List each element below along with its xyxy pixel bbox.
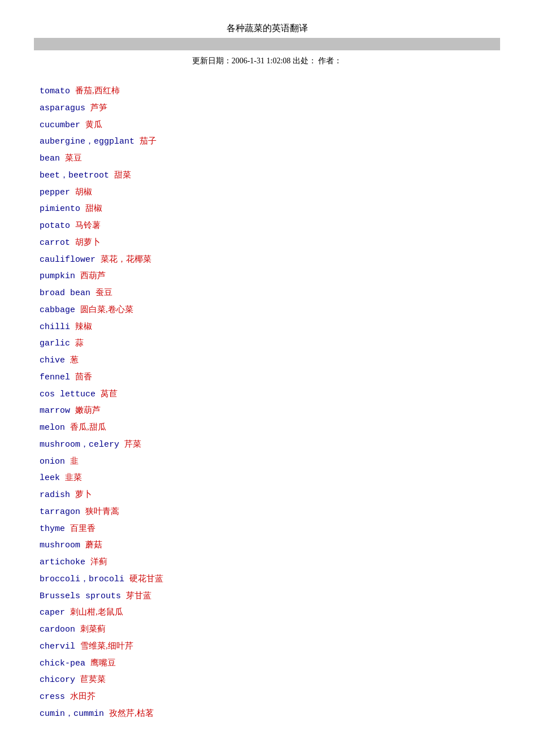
chn-text: 孜然芹,枯茗 [109,709,154,718]
chn-text: 刺山柑,老鼠瓜 [70,607,123,616]
list-item: broad bean 蚕豆 [40,285,500,301]
separator [75,305,80,315]
chn-text: 葱 [70,355,79,364]
list-item: marrow 嫩葫芦 [40,403,500,419]
eng-text: broad bean [40,288,90,298]
eng-text: melon [40,423,65,433]
chn-text: 蚕豆 [95,288,112,297]
content-list: tomato 番茄,西红柿asparagus 芦笋cucumber 黄瓜aube… [40,83,500,722]
list-item: aubergine，eggplant 茄子 [40,133,500,150]
eng-text: pumpkin [40,271,75,281]
eng-text: cress [40,692,65,702]
separator [70,373,75,382]
page-wrapper: 各种蔬菜的英语翻译 更新日期：2006-1-31 1:02:08 出处： 作者：… [0,0,534,745]
eng-text: beet，beetroot [40,171,109,180]
separator [75,642,80,651]
chn-text: 嫩葫芦 [75,405,101,414]
list-item: chilli 辣椒 [40,319,500,335]
list-item: melon 香瓜,甜瓜 [40,420,500,436]
chn-text: 芹菜 [124,439,141,448]
list-item: caper 刺山柑,老鼠瓜 [40,604,500,621]
separator [80,120,85,130]
chn-text: 洋蓟 [90,557,107,566]
chn-text: 狭叶青蒿 [85,507,119,516]
list-item: cress 水田芥 [40,689,500,705]
separator [104,709,109,719]
eng-text: pimiento [40,204,80,214]
list-item: carrot 胡萝卜 [40,235,500,251]
list-item: cabbage 圆白菜,卷心菜 [40,302,500,318]
chn-text: 鹰嘴豆 [90,658,116,667]
eng-text: bean [40,154,60,163]
chn-text: 莴苣 [101,389,118,398]
list-item: chick-pea 鹰嘴豆 [40,655,500,672]
page-title: 各种蔬菜的英语翻译 [34,23,500,34]
separator [65,356,70,365]
chn-text: 萝卜 [75,490,92,499]
chn-text: 胡萝卜 [75,237,101,247]
chn-text: 蒜 [75,338,84,347]
separator [85,103,90,113]
separator [75,625,80,634]
eng-text: cabbage [40,305,75,315]
eng-text: cauliflower [40,255,95,265]
eng-text: caper [40,608,65,617]
separator [60,473,65,483]
list-item: chicory 苣荬菜 [40,672,500,688]
separator [134,137,140,146]
list-item: fennel 茴香 [40,369,500,386]
header-bar [34,38,500,50]
list-item: thyme 百里香 [40,521,500,537]
eng-text: cos lettuce [40,390,95,399]
chn-text: 硬花甘蓝 [129,574,163,583]
eng-text: mushroom [40,541,80,550]
eng-text: chive [40,356,65,365]
list-item: garlic 蒜 [40,335,500,352]
eng-text: tomato [40,87,70,96]
chn-text: 百里香 [70,524,95,533]
separator [70,339,75,348]
chn-text: 香瓜,甜瓜 [70,422,106,431]
separator [80,541,85,550]
separator [95,390,101,399]
chn-text: 雪维菜,细叶芹 [80,641,133,650]
separator [80,507,85,517]
meta-line: 更新日期：2006-1-31 1:02:08 出处： 作者： [34,56,500,66]
separator [65,524,70,534]
eng-text: garlic [40,339,70,348]
eng-text: mushroom，celery [40,440,119,450]
eng-text: radish [40,490,70,500]
list-item: tomato 番茄,西红柿 [40,83,500,100]
chn-text: 蘑菇 [85,540,102,549]
list-item: cos lettuce 莴苣 [40,386,500,403]
separator [75,271,80,281]
eng-text: chilli [40,322,70,332]
chn-text: 茴香 [75,372,92,381]
eng-text: cucumber [40,120,80,130]
chn-text: 菜花，花椰菜 [101,254,151,263]
chn-text: 甜菜 [114,170,131,179]
list-item: onion 韭 [40,453,500,470]
separator [109,171,114,180]
eng-text: aubergine，eggplant [40,137,134,146]
separator [124,574,129,584]
eng-text: potato [40,221,70,231]
chn-text: 茄子 [140,136,157,145]
separator [85,558,90,567]
eng-text: chervil [40,642,75,651]
eng-text: chicory [40,675,75,685]
separator [70,238,75,248]
eng-text: Brussels sprouts [40,591,121,601]
list-item: mushroom 蘑菇 [40,537,500,554]
eng-text: leek [40,473,60,483]
chn-text: 甜椒 [85,204,102,213]
separator [80,204,85,214]
list-item: cardoon 刺菜蓟 [40,621,500,638]
eng-text: onion [40,457,65,466]
separator [95,255,101,265]
chn-text: 菜豆 [65,153,82,162]
separator [65,457,70,466]
separator [60,154,65,163]
eng-text: pepper [40,188,70,197]
list-item: leek 韭菜 [40,470,500,486]
